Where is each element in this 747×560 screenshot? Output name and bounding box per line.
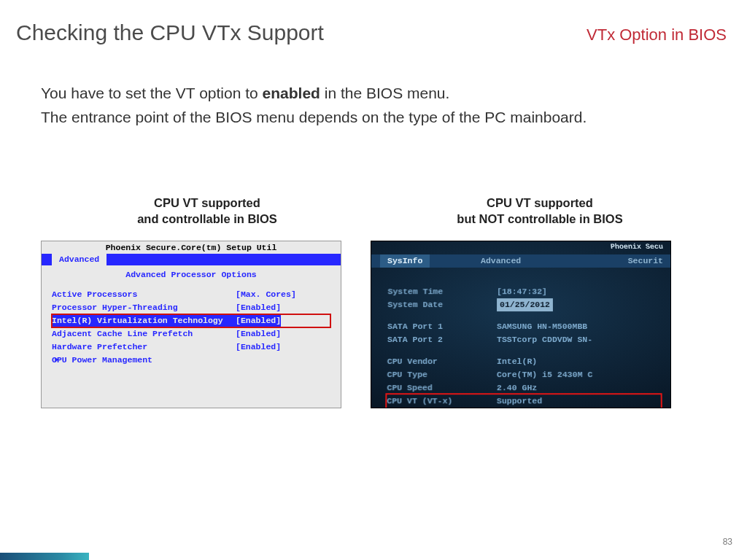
bios-right-spacer [387, 311, 660, 320]
bios-right-title: Phoenix Secu [610, 243, 663, 251]
bios-right-row-value: Core(TM) i5 2430M C [497, 368, 592, 381]
bios-right-tab-row: SysInfo Advanced Securit [371, 254, 670, 268]
caption-left-l2: and controllable in BIOS [41, 211, 374, 227]
bios-left-row: Active Processors[Max. Cores] [52, 288, 330, 301]
bios-left-row-label: CPU Power Management [52, 354, 236, 367]
bios-screenshot-right: Phoenix Secu SysInfo Advanced Securit Sy… [371, 241, 671, 408]
bios-right-row-label: System Time [387, 285, 497, 298]
bios-left-rows: Active Processors[Max. Cores]Processor H… [42, 288, 341, 367]
bios-left-row: Processor Hyper-Threading[Enabled] [52, 301, 330, 314]
body-line2: The entrance point of the BIOS menu depe… [41, 106, 706, 130]
bios-right-spacer [387, 346, 660, 355]
bios-right-row-value: 2.40 GHz [497, 381, 537, 394]
body-line1-bold: enabled [263, 85, 320, 101]
bios-right-row-label: CPU Type [387, 368, 497, 381]
bios-left-title: Phoenix Secure.Core(tm) Setup Util [42, 241, 341, 254]
bios-right-row-value: 01/25/2012 [497, 298, 553, 311]
bios-right-row-label: SATA Port 1 [387, 320, 497, 333]
bios-right-row: CPU VendorIntel(R) [387, 355, 661, 368]
bios-left-tab-row: Advanced [42, 254, 341, 265]
bios-right-body: System Time[18:47:32]System Date01/25/20… [371, 268, 671, 408]
bios-right-row: SATA Port 1SAMSUNG HN-M500MBB [387, 320, 660, 333]
bios-left-section-title: Advanced Processor Options [42, 265, 341, 288]
caption-right-l2: but NOT controllable in BIOS [374, 211, 706, 227]
caption-left-l1: CPU VT supported [41, 195, 374, 211]
bios-left-row: CPU Power Management [52, 354, 330, 367]
bios-left-row-label: Processor Hyper-Threading [52, 301, 236, 314]
bios-right-row-value: TSSTcorp CDDVDW SN- [497, 333, 592, 346]
caption-right: CPU VT supported but NOT controllable in… [374, 195, 706, 228]
bios-right-row-value: Intel(R) [497, 355, 537, 368]
footer: 83 [0, 547, 747, 560]
body-line1-pre: You have to set the VT option to [41, 85, 263, 101]
slide-subtitle: VTx Option in BIOS [587, 26, 727, 44]
bios-right-row: SATA Port 2TSSTcorp CDDVDW SN- [387, 333, 660, 346]
footer-accent-bar [0, 553, 89, 560]
bios-left-row-label: Adjacent Cache Line Prefetch [52, 327, 236, 341]
bios-left-row-value: [Max. Cores] [236, 288, 296, 301]
bios-left-row-value: [Enabled] [236, 327, 281, 341]
bios-right-row: System Date01/25/2012 [387, 298, 659, 311]
bios-right-tab-advanced: Advanced [481, 254, 521, 268]
caption-left: CPU VT supported and controllable in BIO… [41, 195, 374, 228]
bios-right-row: CPU TypeCore(TM) i5 2430M C [387, 368, 661, 381]
bios-right-row-label: CPU VT (VT-x) [387, 394, 497, 408]
slide-title: Checking the CPU VTx Support [16, 20, 324, 45]
bios-left-row-value: [Enabled] [236, 314, 281, 327]
bios-right-row-label: CPU Speed [387, 381, 497, 394]
bios-left-row-label: Hardware Prefetcher [52, 341, 236, 354]
bios-right-tab-security: Securit [628, 254, 663, 268]
body-line1-post: in the BIOS menu. [320, 85, 449, 101]
bios-left-tab-advanced: Advanced [52, 254, 107, 265]
bios-left-row: Intel(R) Virtualization Technology[Enabl… [52, 314, 330, 327]
bios-right-tab-sysinfo: SysInfo [380, 254, 430, 268]
bios-screenshot-left: Phoenix Secure.Core(tm) Setup Util Advan… [41, 241, 341, 408]
body-text: You have to set the VT option to enabled… [0, 52, 747, 228]
bios-left-row-label: Active Processors [52, 288, 236, 301]
bios-right-row: CPU Speed2.40 GHz [387, 381, 660, 394]
bios-right-row-value: SAMSUNG HN-M500MBB [497, 320, 587, 333]
bios-right-row-label: CPU Vendor [387, 355, 497, 368]
bios-right-row-value: [18:47:32] [497, 285, 547, 298]
caption-right-l1: CPU VT supported [374, 195, 706, 211]
bios-right-row: System Time[18:47:32] [387, 285, 659, 298]
bios-left-row-label: Intel(R) Virtualization Technology [52, 314, 236, 327]
bios-left-row-value: [Enabled] [236, 341, 281, 354]
bios-left-row: Hardware Prefetcher[Enabled] [52, 341, 330, 354]
bios-left-row-value: [Enabled] [236, 301, 281, 314]
page-number: 83 [723, 537, 732, 547]
bios-right-row-value: Supported [497, 394, 542, 408]
bios-left-row: Adjacent Cache Line Prefetch[Enabled] [52, 327, 330, 341]
bios-right-row-label: SATA Port 2 [387, 333, 497, 346]
bios-right-row-label: System Date [387, 298, 497, 311]
bios-right-row: CPU VT (VT-x)Supported [387, 394, 661, 408]
